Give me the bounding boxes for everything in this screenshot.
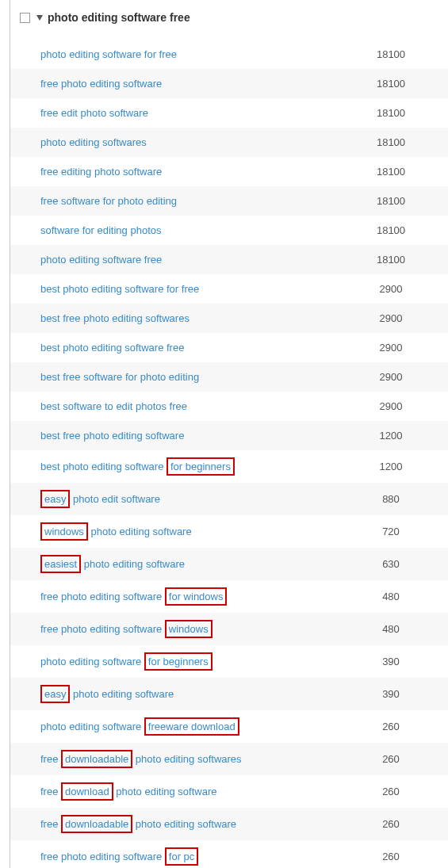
keyword-text: photo editing software free	[40, 254, 162, 266]
highlighted-term: easy	[40, 685, 70, 703]
keyword-link[interactable]: free software for photo editing	[40, 195, 177, 207]
keyword-link[interactable]: free photo editing software windows	[40, 621, 213, 637]
keyword-text: photo editing software	[88, 526, 192, 537]
search-volume: 390	[343, 688, 438, 700]
keyword-link[interactable]: best photo editing software for beginner…	[40, 459, 235, 474]
keyword-row: best software to edit photos free2900	[10, 392, 448, 421]
highlighted-term: for pc	[165, 847, 199, 866]
keyword-link[interactable]: photo editing software freeware download	[40, 719, 239, 734]
keyword-link[interactable]: free photo editing software	[40, 78, 162, 90]
keyword-text: photo editing software	[132, 818, 236, 830]
keyword-text: photo editing softwares	[132, 753, 241, 765]
keyword-row: free photo editing software for pc260	[10, 840, 448, 868]
keyword-text: free software for photo editing	[40, 195, 177, 207]
keyword-cell: software for editing photos	[40, 224, 343, 236]
search-volume: 2900	[343, 342, 438, 354]
keyword-link[interactable]: best free photo editing softwares	[40, 312, 190, 324]
highlighted-term: for windows	[165, 587, 228, 606]
keyword-text: free editing photo software	[40, 166, 162, 178]
keyword-link[interactable]: best photo editing software for free	[40, 283, 199, 295]
search-volume: 880	[343, 493, 438, 505]
keyword-link[interactable]: best free software for photo editing	[40, 371, 199, 383]
search-volume: 18100	[343, 195, 438, 207]
search-volume: 2900	[343, 371, 438, 383]
keyword-cell: easy photo editing software	[40, 686, 343, 702]
keyword-row: photo editing software free18100	[10, 245, 448, 274]
keyword-link[interactable]: photo editing softwares	[40, 136, 147, 148]
search-volume: 18100	[343, 224, 438, 236]
keyword-row: easy photo edit software880	[10, 483, 448, 515]
keyword-link[interactable]: free downloadable photo editing software…	[40, 751, 242, 767]
keyword-row: free photo editing software windows480	[10, 613, 448, 645]
highlighted-term: for beginners	[167, 457, 235, 476]
keyword-link[interactable]: easy photo edit software	[40, 491, 160, 507]
keyword-text: photo editing software	[40, 721, 144, 732]
group-checkbox[interactable]	[20, 13, 30, 23]
search-volume: 260	[343, 753, 438, 765]
keyword-text: free photo editing software	[40, 623, 165, 635]
search-volume: 18100	[343, 136, 438, 148]
search-volume: 18100	[343, 166, 438, 178]
keyword-link[interactable]: photo editing software free	[40, 254, 162, 266]
keyword-link[interactable]: photo editing software for beginners	[40, 654, 213, 669]
search-volume: 260	[343, 721, 438, 732]
keyword-text: photo editing software	[70, 688, 174, 700]
keyword-row: software for editing photos18100	[10, 216, 448, 245]
keyword-text: best photo editing software free	[40, 342, 184, 354]
keyword-text: photo editing software	[113, 786, 217, 797]
keyword-text: photo edit software	[70, 493, 159, 505]
keyword-group: photo editing software free photo editin…	[10, 0, 448, 868]
keyword-link[interactable]: free editing photo software	[40, 166, 162, 178]
highlighted-term: for beginners	[144, 652, 213, 671]
keyword-cell: free downloadable photo editing software…	[40, 751, 343, 767]
keyword-cell: best free software for photo editing	[40, 371, 343, 383]
keyword-text: free photo editing software	[40, 851, 165, 862]
keyword-link[interactable]: free downloadable photo editing software	[40, 816, 236, 832]
keyword-cell: free photo editing software for pc	[40, 849, 343, 864]
highlighted-term: windows	[40, 522, 88, 541]
keyword-row: best photo editing software for free2900	[10, 274, 448, 304]
keyword-text: photo editing software	[40, 656, 144, 667]
keyword-text: free photo editing software	[40, 591, 165, 602]
search-volume: 18100	[343, 254, 438, 266]
keyword-row: best free software for photo editing2900	[10, 362, 448, 392]
search-volume: 720	[343, 526, 438, 537]
highlighted-term: freeware download	[144, 717, 239, 736]
keyword-link[interactable]: free photo editing software for windows	[40, 589, 227, 604]
keyword-link[interactable]: free photo editing software for pc	[40, 849, 198, 864]
highlighted-term: download	[61, 782, 113, 801]
keyword-text: photo editing softwares	[40, 136, 147, 148]
keyword-cell: free photo editing software for windows	[40, 589, 343, 604]
keyword-cell: photo editing software freeware download	[40, 719, 343, 734]
keyword-text: photo editing software	[81, 558, 185, 570]
keyword-link[interactable]: easy photo editing software	[40, 686, 174, 702]
keyword-row: free edit photo software18100	[10, 98, 448, 128]
keyword-link[interactable]: best photo editing software free	[40, 342, 184, 354]
keyword-row: free downloadable photo editing software…	[10, 808, 448, 840]
search-volume: 630	[343, 558, 438, 570]
keyword-row: photo editing software freeware download…	[10, 710, 448, 743]
keyword-row: best free photo editing softwares2900	[10, 304, 448, 333]
keyword-row: free downloadable photo editing software…	[10, 743, 448, 775]
keyword-text: best photo editing software	[40, 461, 167, 472]
keyword-text: best free software for photo editing	[40, 371, 199, 383]
keyword-link[interactable]: best software to edit photos free	[40, 400, 187, 412]
highlighted-term: easiest	[40, 555, 81, 573]
keyword-cell: windows photo editing software	[40, 524, 343, 539]
keyword-link[interactable]: software for editing photos	[40, 224, 161, 236]
keyword-cell: free photo editing software windows	[40, 621, 343, 637]
keyword-link[interactable]: free download photo editing software	[40, 784, 216, 799]
keyword-link[interactable]: best free photo editing software	[40, 430, 184, 442]
keyword-cell: free edit photo software	[40, 107, 343, 119]
keyword-text: software for editing photos	[40, 224, 161, 236]
highlighted-term: windows	[165, 620, 213, 638]
keyword-link[interactable]: free edit photo software	[40, 107, 148, 119]
search-volume: 480	[343, 623, 438, 635]
keyword-link[interactable]: easiest photo editing software	[40, 556, 185, 572]
keyword-link[interactable]: photo editing software for free	[40, 48, 177, 60]
keyword-row: free photo editing software for windows4…	[10, 580, 448, 613]
collapse-caret-icon[interactable]	[36, 15, 43, 21]
search-volume: 260	[343, 851, 438, 862]
keyword-link[interactable]: windows photo editing software	[40, 524, 192, 539]
keyword-cell: best photo editing software for beginner…	[40, 459, 343, 474]
